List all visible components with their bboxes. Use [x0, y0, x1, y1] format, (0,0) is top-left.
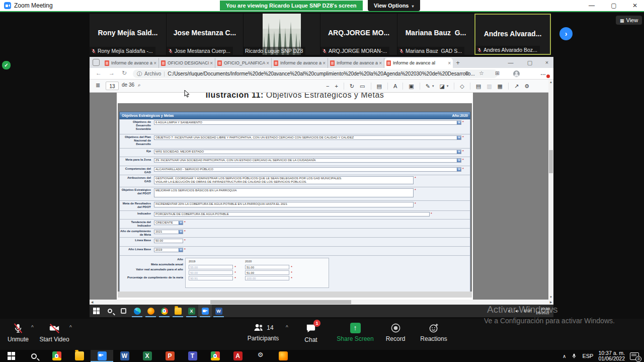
- excel-taskbar-button[interactable]: X: [136, 350, 158, 362]
- word-taskbar-button[interactable]: W: [212, 305, 225, 317]
- language-label[interactable]: ESP: [582, 353, 593, 359]
- start-button[interactable]: [0, 350, 23, 362]
- pdf-search-icon[interactable]: ⌕: [138, 82, 141, 88]
- word-taskbar-button[interactable]: W: [113, 350, 136, 362]
- zoom-level-icon[interactable]: ⊙: [465, 70, 469, 76]
- participant-tile[interactable]: Andres Alvarad...Andres Alvarado Boz...: [474, 14, 551, 55]
- favorites-star-icon[interactable]: ☆: [479, 70, 484, 77]
- close-button[interactable]: ✕: [628, 2, 642, 10]
- read-aloud-icon[interactable]: A: [393, 83, 397, 89]
- forward-icon[interactable]: →: [109, 69, 115, 77]
- tab-actions-icon[interactable]: [93, 59, 100, 66]
- text-input-field[interactable]: PORCENTAJE DE COBERTURA DE AGUA POTABLE: [154, 212, 430, 216]
- video-options-caret[interactable]: ^: [69, 325, 72, 330]
- print-icon[interactable]: ▤: [476, 83, 481, 90]
- record-button[interactable]: Record: [379, 323, 412, 342]
- scroll-up-icon[interactable]: ▲: [548, 80, 553, 85]
- file-explorer-taskbar-button[interactable]: [68, 350, 91, 362]
- excel-taskbar-button[interactable]: X: [185, 305, 198, 317]
- draw-icon[interactable]: ✎: [426, 83, 430, 90]
- restore-button[interactable]: ▢: [607, 2, 621, 10]
- browser-tab[interactable]: OFICIO DESIGNACIÓN×: [159, 58, 215, 68]
- dropdown-arrow-icon[interactable]: ▼: [457, 159, 461, 162]
- zoom-app-taskbar-button[interactable]: [198, 305, 212, 317]
- dropdown-field[interactable]: OBJETIVO 7: INCENTIVAR UNA SOCIEDAD LIBR…: [154, 135, 461, 140]
- textarea-field[interactable]: INCREMENTAR 20% LA COBERTURA DE AGUA POT…: [154, 202, 414, 207]
- save-as-icon[interactable]: ▦: [498, 83, 503, 90]
- text-input-field[interactable]: 50.00: [154, 239, 183, 243]
- browser-taskbar-button[interactable]: [204, 350, 226, 362]
- view-options-button[interactable]: View Options▾: [368, 0, 420, 11]
- next-participants-button[interactable]: ›: [559, 27, 573, 40]
- dropdown-arrow-icon[interactable]: ▼: [457, 121, 461, 124]
- address-bar[interactable]: ⓘ Archivo C:/Users/rluque/Documents/Info…: [133, 69, 498, 78]
- profile-avatar[interactable]: [513, 70, 520, 77]
- scroll-right-icon[interactable]: ▶: [548, 300, 553, 305]
- chrome-taskbar-button[interactable]: [157, 305, 171, 317]
- tab-close-icon[interactable]: ×: [379, 60, 382, 66]
- collections-icon[interactable]: ⊞: [495, 70, 500, 77]
- participant-tile[interactable]: Rony Mejía Sald...Rony Mejía Saldaña -..…: [90, 14, 166, 55]
- tab-close-icon[interactable]: ×: [448, 60, 451, 66]
- unmute-options-caret[interactable]: ^: [31, 325, 34, 330]
- speaker-icon[interactable]: [515, 309, 520, 314]
- file-explorer-taskbar-button[interactable]: [171, 305, 185, 317]
- refresh-icon[interactable]: ↻: [122, 69, 127, 77]
- start-taskbar-button[interactable]: [90, 305, 103, 317]
- powerpoint-taskbar-button[interactable]: P: [158, 350, 181, 362]
- tab-close-icon[interactable]: ×: [266, 60, 269, 66]
- horizontal-scroll-thumb[interactable]: [210, 300, 351, 304]
- pdf-contents-icon[interactable]: ≣: [96, 82, 100, 89]
- acrobat-taskbar-button[interactable]: A: [226, 350, 249, 362]
- start-video-button[interactable]: Start Video: [37, 323, 71, 343]
- chat-button[interactable]: 1 Chat: [297, 323, 325, 343]
- dropdown-field[interactable]: ALCANTARILLADO - SERVICIO PÚBLICO▼: [154, 167, 461, 172]
- shared-clock[interactable]: 10:36 1/6/2022: [536, 307, 549, 315]
- info-icon[interactable]: ⓘ: [137, 70, 142, 78]
- dropdown-field[interactable]: 6 AGUA LIMPIA Y SANEAMIENTO▼: [154, 120, 461, 125]
- search-taskbar-button[interactable]: [103, 305, 117, 317]
- view-button[interactable]: ▦View: [616, 16, 642, 25]
- settings-taskbar-button[interactable]: ⚙: [249, 350, 272, 362]
- task-view-taskbar-button[interactable]: [117, 305, 130, 317]
- participants-button[interactable]: 14 Participants: [240, 323, 286, 342]
- browser-tab[interactable]: Informe de avance al×: [384, 58, 453, 68]
- zoom-in-icon[interactable]: +: [335, 83, 338, 89]
- add-text-icon[interactable]: ▣: [409, 83, 414, 90]
- dropdown-field[interactable]: 2019▼: [154, 248, 183, 252]
- dropdown-field[interactable]: 2021▼: [154, 230, 183, 234]
- dropdown-arrow-icon[interactable]: ▼: [457, 136, 461, 139]
- participants-options-caret[interactable]: ^: [286, 325, 288, 330]
- rotate-icon[interactable]: ↻: [350, 83, 354, 90]
- back-icon[interactable]: ←: [96, 69, 102, 77]
- dropdown-arrow-icon[interactable]: ▼: [179, 221, 183, 225]
- teams-taskbar-button[interactable]: T: [181, 350, 204, 362]
- highlight-options-caret[interactable]: ▾: [447, 84, 449, 88]
- participant-tile[interactable]: Mariana Bauz G...Mariana Bauz GAD S...: [397, 14, 474, 55]
- vertical-scrollbar[interactable]: ▲ ▼: [548, 80, 553, 300]
- pdf-content-area[interactable]: Ilustración 11: Objetivos Estratégicos y…: [90, 93, 553, 300]
- minimize-button[interactable]: —: [585, 2, 599, 10]
- page-number-input[interactable]: 13: [106, 82, 119, 90]
- share-screen-button[interactable]: ↑ Share Screen: [333, 323, 377, 342]
- browser-close-button[interactable]: ×: [539, 57, 554, 68]
- dropdown-arrow-icon[interactable]: ▼: [457, 168, 461, 171]
- dropdown-field[interactable]: CRECIENTE▼: [154, 221, 183, 225]
- browser-tab[interactable]: OFICIO_PLANIFICA_EC×: [215, 58, 272, 68]
- scroll-down-icon[interactable]: ▼: [548, 295, 553, 300]
- participant-tile[interactable]: ARQ.JORGE MO...ARQ.JORGE MORAN-...: [320, 14, 397, 55]
- page-view-icon[interactable]: ▤: [377, 83, 382, 90]
- chrome-taskbar-button[interactable]: [45, 350, 68, 362]
- browser-restore-button[interactable]: ▢: [522, 57, 537, 68]
- textarea-field[interactable]: GESTIONAR, COORDINAR Y ADMINISTRAR LOS S…: [154, 176, 414, 184]
- tray-mic-icon[interactable]: [571, 352, 577, 359]
- vertical-scroll-thumb[interactable]: [549, 150, 553, 173]
- browser-minimize-button[interactable]: —: [503, 57, 518, 68]
- tray-chevron-icon[interactable]: ∧: [562, 353, 566, 359]
- tab-close-icon[interactable]: ×: [153, 60, 156, 66]
- browser-tab[interactable]: Informe de avance al×: [328, 58, 384, 68]
- firefox-taskbar-button[interactable]: [144, 305, 157, 317]
- dropdown-field[interactable]: Z9. INCENTIVAR UNA SOCIEDAD PARTICIPATIV…: [154, 158, 461, 163]
- scroll-left-icon[interactable]: ◀: [90, 300, 95, 305]
- year-value-input[interactable]: 51.00*: [245, 265, 289, 269]
